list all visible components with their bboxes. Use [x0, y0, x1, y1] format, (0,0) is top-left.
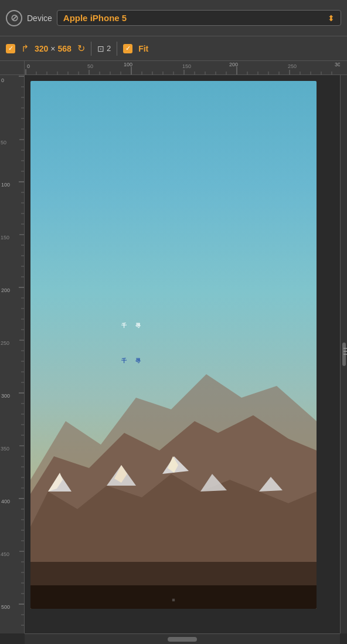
svg-text:250: 250 [1, 340, 9, 346]
checkbox-toggle[interactable] [6, 44, 15, 53]
horizontal-scrollbar[interactable] [25, 633, 340, 644]
no-entry-icon: ⊘ [11, 12, 18, 23]
svg-text:150: 150 [182, 63, 191, 69]
svg-text:300: 300 [335, 62, 340, 67]
ruler-horizontal: 0 100 200 300 50 150 [25, 61, 347, 75]
width-value: 320 [35, 44, 48, 53]
toolbar-divider [91, 42, 91, 56]
svg-text:450: 450 [1, 551, 9, 557]
chevron-down-icon: ⬍ [328, 13, 335, 23]
svg-text:250: 250 [288, 63, 297, 69]
secondary-toolbar: ↱ 320 × 568 ↻ ⊡ 2 Fit [0, 36, 347, 61]
svg-text:500: 500 [1, 604, 10, 610]
no-entry-button[interactable]: ⊘ [6, 10, 22, 26]
screenshot-section: ⊡ 2 [97, 44, 111, 53]
toolbar-divider2 [117, 42, 117, 56]
main-toolbar: ⊘ Device Apple iPhone 5 ⬍ [0, 0, 347, 36]
device-name: Apple iPhone 5 [63, 13, 127, 23]
svg-text:350: 350 [1, 446, 9, 452]
rotate-icon[interactable]: ↱ [21, 43, 29, 54]
ruler-vertical: 0 100 200 300 400 500 50 [0, 61, 25, 633]
svg-text:200: 200 [1, 287, 10, 293]
svg-text:千寻: 千寻 [121, 358, 149, 364]
svg-text:50: 50 [87, 63, 93, 69]
svg-text:400: 400 [1, 499, 10, 504]
svg-text:200: 200 [229, 62, 238, 67]
scrollbar-right-handle[interactable] [342, 343, 346, 366]
svg-text:千寻: 千寻 [121, 323, 149, 328]
device-screen[interactable]: 千寻 千寻 ≡ [30, 81, 317, 609]
scrollbar-bottom-handle[interactable] [168, 637, 197, 642]
device-selector[interactable]: Apple iPhone 5 ⬍ [57, 10, 341, 26]
vertical-scrollbar[interactable] [340, 75, 347, 633]
svg-text:300: 300 [1, 393, 10, 399]
svg-text:150: 150 [1, 235, 9, 240]
svg-text:100: 100 [1, 182, 10, 188]
screenshot-count: 2 [107, 44, 111, 53]
height-value: 568 [58, 44, 72, 53]
main-canvas-area: 0 100 200 300 50 150 [0, 61, 347, 644]
svg-text:≡: ≡ [172, 597, 175, 603]
fit-label: Fit [138, 44, 148, 53]
dimensions-display: 320 × 568 [35, 44, 72, 53]
svg-text:100: 100 [124, 62, 132, 67]
device-canvas[interactable]: 千寻 千寻 ≡ [25, 75, 340, 633]
ruler-corner [0, 61, 25, 75]
screenshot-icon[interactable]: ⊡ [97, 44, 104, 53]
svg-text:0: 0 [1, 77, 4, 83]
refresh-icon[interactable]: ↻ [77, 43, 85, 54]
fit-checkbox[interactable] [123, 44, 132, 53]
dimension-separator: × [50, 44, 55, 53]
device-label: Device [27, 13, 52, 23]
svg-text:50: 50 [1, 140, 6, 145]
svg-text:0: 0 [27, 63, 30, 69]
